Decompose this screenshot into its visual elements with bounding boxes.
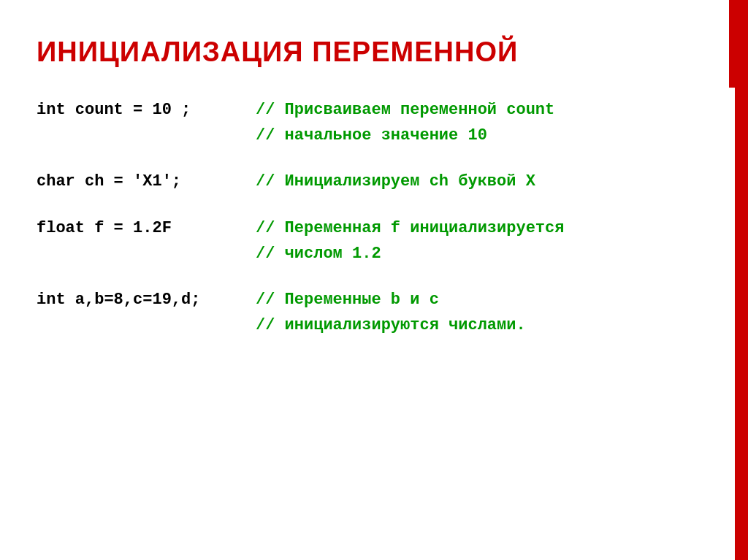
code-comment-2a: // Инициализируем ch буквой X — [256, 169, 535, 194]
code-indent-1 — [37, 123, 256, 148]
code-line-2a: char ch = 'X1'; // Инициализируем ch бук… — [37, 169, 704, 194]
code-block: int count = 10 ; // Присваиваем переменн… — [37, 97, 704, 338]
code-comment-1b: // начальное значение 10 — [256, 123, 487, 148]
code-comment-3a: // Переменная f инициализируется — [256, 215, 564, 241]
code-statement-4: int a,b=8,c=19,d; — [37, 287, 256, 312]
code-comment-4a: // Переменные b и с — [256, 287, 439, 312]
code-statement-2: char ch = 'X1'; — [37, 169, 256, 194]
code-statement-3: float f = 1.2F — [37, 215, 256, 241]
code-line-1a: int count = 10 ; // Присваиваем переменн… — [37, 97, 704, 123]
code-line-4a: int a,b=8,c=19,d; // Переменные b и с — [37, 287, 704, 312]
red-bar-accent — [729, 0, 735, 88]
code-statement-1: int count = 10 ; — [37, 97, 256, 123]
code-example-4: int a,b=8,c=19,d; // Переменные b и с //… — [37, 287, 704, 338]
code-comment-3b: // числом 1.2 — [256, 241, 381, 266]
slide: ИНИЦИАЛИЗАЦИЯ ПЕРЕМЕННОЙ int count = 10 … — [0, 0, 748, 560]
code-line-4b: // инициализируются числами. — [37, 312, 704, 338]
code-indent-4 — [37, 312, 256, 338]
code-example-2: char ch = 'X1'; // Инициализируем ch бук… — [37, 169, 704, 194]
red-bar-right — [735, 0, 748, 560]
code-indent-3 — [37, 241, 256, 266]
code-comment-4b: // инициализируются числами. — [256, 312, 526, 338]
slide-title: ИНИЦИАЛИЗАЦИЯ ПЕРЕМЕННОЙ — [37, 37, 704, 68]
code-line-3b: // числом 1.2 — [37, 241, 704, 266]
code-example-3: float f = 1.2F // Переменная f инициализ… — [37, 215, 704, 266]
code-line-1b: // начальное значение 10 — [37, 123, 704, 148]
code-example-1: int count = 10 ; // Присваиваем переменн… — [37, 97, 704, 148]
code-line-3a: float f = 1.2F // Переменная f инициализ… — [37, 215, 704, 241]
code-comment-1a: // Присваиваем переменной count — [256, 97, 554, 123]
